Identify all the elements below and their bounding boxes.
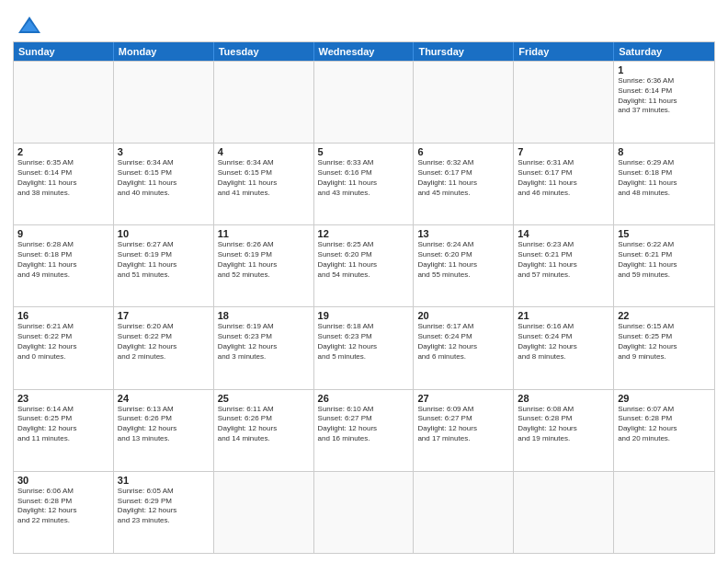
day-info: Sunrise: 6:23 AM Sunset: 6:21 PM Dayligh… (518, 240, 609, 280)
day-info: Sunrise: 6:05 AM Sunset: 6:29 PM Dayligh… (118, 487, 210, 526)
calendar-cell (514, 472, 614, 553)
page: SundayMondayTuesdayWednesdayThursdayFrid… (0, 0, 728, 563)
calendar-cell: 25Sunrise: 6:11 AM Sunset: 6:26 PM Dayli… (214, 390, 314, 471)
day-number: 9 (17, 228, 109, 239)
calendar-cell (114, 62, 214, 143)
day-info: Sunrise: 6:22 AM Sunset: 6:21 PM Dayligh… (618, 240, 711, 280)
calendar-cell (514, 62, 614, 143)
day-info: Sunrise: 6:06 AM Sunset: 6:28 PM Dayligh… (17, 487, 109, 526)
calendar-cell: 7Sunrise: 6:31 AM Sunset: 6:17 PM Daylig… (514, 144, 614, 224)
calendar-row: 16Sunrise: 6:21 AM Sunset: 6:22 PM Dayli… (14, 306, 714, 388)
day-number: 18 (218, 310, 310, 321)
calendar-cell: 31Sunrise: 6:05 AM Sunset: 6:29 PM Dayli… (114, 472, 214, 553)
cal-header-day: Saturday (614, 42, 714, 61)
day-info: Sunrise: 6:18 AM Sunset: 6:23 PM Dayligh… (318, 322, 410, 362)
day-info: Sunrise: 6:32 AM Sunset: 6:17 PM Dayligh… (417, 158, 509, 198)
day-info: Sunrise: 6:34 AM Sunset: 6:15 PM Dayligh… (118, 158, 210, 198)
calendar-cell: 18Sunrise: 6:19 AM Sunset: 6:23 PM Dayli… (214, 307, 314, 388)
day-number: 17 (118, 310, 210, 321)
cal-header-day: Monday (114, 42, 214, 61)
day-number: 21 (518, 310, 609, 321)
calendar-cell: 26Sunrise: 6:10 AM Sunset: 6:27 PM Dayli… (314, 390, 415, 471)
calendar-row: 9Sunrise: 6:28 AM Sunset: 6:18 PM Daylig… (14, 224, 714, 306)
day-info: Sunrise: 6:10 AM Sunset: 6:27 PM Dayligh… (318, 405, 410, 444)
calendar-cell: 28Sunrise: 6:08 AM Sunset: 6:28 PM Dayli… (514, 390, 614, 471)
calendar-cell: 8Sunrise: 6:29 AM Sunset: 6:18 PM Daylig… (614, 144, 714, 224)
day-info: Sunrise: 6:35 AM Sunset: 6:14 PM Dayligh… (17, 158, 109, 198)
day-info: Sunrise: 6:13 AM Sunset: 6:26 PM Dayligh… (118, 405, 210, 444)
calendar-cell: 2Sunrise: 6:35 AM Sunset: 6:14 PM Daylig… (14, 144, 114, 224)
calendar-cell: 13Sunrise: 6:24 AM Sunset: 6:20 PM Dayli… (414, 225, 514, 306)
calendar-cell (14, 62, 114, 143)
day-info: Sunrise: 6:19 AM Sunset: 6:23 PM Dayligh… (218, 322, 310, 362)
calendar-row: 30Sunrise: 6:06 AM Sunset: 6:28 PM Dayli… (14, 471, 714, 553)
day-number: 4 (218, 146, 310, 157)
day-number: 22 (618, 310, 711, 321)
day-info: Sunrise: 6:17 AM Sunset: 6:24 PM Dayligh… (417, 322, 509, 362)
day-number: 12 (318, 228, 410, 239)
day-info: Sunrise: 6:09 AM Sunset: 6:27 PM Dayligh… (417, 405, 509, 444)
day-number: 5 (318, 146, 410, 157)
calendar-cell (414, 62, 514, 143)
day-info: Sunrise: 6:07 AM Sunset: 6:28 PM Dayligh… (618, 405, 711, 444)
calendar-cell: 1Sunrise: 6:36 AM Sunset: 6:14 PM Daylig… (614, 62, 714, 143)
cal-header-day: Sunday (14, 42, 114, 61)
day-number: 27 (417, 393, 509, 404)
calendar-cell (214, 472, 314, 553)
calendar-cell: 24Sunrise: 6:13 AM Sunset: 6:26 PM Dayli… (114, 390, 214, 471)
calendar: SundayMondayTuesdayWednesdayThursdayFrid… (13, 41, 715, 554)
calendar-cell: 19Sunrise: 6:18 AM Sunset: 6:23 PM Dayli… (314, 307, 415, 388)
day-number: 24 (118, 393, 210, 404)
header (13, 11, 715, 36)
calendar-cell: 16Sunrise: 6:21 AM Sunset: 6:22 PM Dayli… (14, 307, 114, 388)
day-info: Sunrise: 6:36 AM Sunset: 6:14 PM Dayligh… (618, 76, 711, 116)
day-info: Sunrise: 6:28 AM Sunset: 6:18 PM Dayligh… (17, 240, 109, 280)
day-number: 7 (518, 146, 609, 157)
day-info: Sunrise: 6:11 AM Sunset: 6:26 PM Dayligh… (218, 405, 310, 444)
calendar-cell: 4Sunrise: 6:34 AM Sunset: 6:15 PM Daylig… (214, 144, 314, 224)
day-info: Sunrise: 6:26 AM Sunset: 6:19 PM Dayligh… (218, 240, 310, 280)
calendar-cell: 29Sunrise: 6:07 AM Sunset: 6:28 PM Dayli… (614, 390, 714, 471)
calendar-body: 1Sunrise: 6:36 AM Sunset: 6:14 PM Daylig… (14, 61, 714, 553)
day-info: Sunrise: 6:20 AM Sunset: 6:22 PM Dayligh… (118, 322, 210, 362)
day-info: Sunrise: 6:34 AM Sunset: 6:15 PM Dayligh… (218, 158, 310, 198)
calendar-header: SundayMondayTuesdayWednesdayThursdayFrid… (14, 42, 714, 61)
calendar-cell: 20Sunrise: 6:17 AM Sunset: 6:24 PM Dayli… (414, 307, 514, 388)
logo-text (13, 15, 42, 35)
calendar-cell: 12Sunrise: 6:25 AM Sunset: 6:20 PM Dayli… (314, 225, 415, 306)
calendar-row: 2Sunrise: 6:35 AM Sunset: 6:14 PM Daylig… (14, 143, 714, 224)
calendar-cell: 27Sunrise: 6:09 AM Sunset: 6:27 PM Dayli… (414, 390, 514, 471)
day-info: Sunrise: 6:29 AM Sunset: 6:18 PM Dayligh… (618, 158, 711, 198)
day-number: 28 (518, 393, 609, 404)
day-info: Sunrise: 6:27 AM Sunset: 6:19 PM Dayligh… (118, 240, 210, 280)
day-number: 29 (618, 393, 711, 404)
day-number: 26 (318, 393, 410, 404)
calendar-cell (314, 62, 415, 143)
calendar-cell (614, 472, 714, 553)
cal-header-day: Tuesday (214, 42, 314, 61)
day-info: Sunrise: 6:25 AM Sunset: 6:20 PM Dayligh… (318, 240, 410, 280)
calendar-cell: 30Sunrise: 6:06 AM Sunset: 6:28 PM Dayli… (14, 472, 114, 553)
day-info: Sunrise: 6:24 AM Sunset: 6:20 PM Dayligh… (417, 240, 509, 280)
calendar-cell: 6Sunrise: 6:32 AM Sunset: 6:17 PM Daylig… (414, 144, 514, 224)
day-number: 13 (417, 228, 509, 239)
day-info: Sunrise: 6:15 AM Sunset: 6:25 PM Dayligh… (618, 322, 711, 362)
day-info: Sunrise: 6:21 AM Sunset: 6:22 PM Dayligh… (17, 322, 109, 362)
calendar-cell: 23Sunrise: 6:14 AM Sunset: 6:25 PM Dayli… (14, 390, 114, 471)
day-number: 8 (618, 146, 711, 157)
cal-header-day: Thursday (414, 42, 514, 61)
day-info: Sunrise: 6:33 AM Sunset: 6:16 PM Dayligh… (318, 158, 410, 198)
day-number: 30 (17, 475, 109, 486)
calendar-cell (414, 472, 514, 553)
day-number: 10 (118, 228, 210, 239)
day-number: 16 (17, 310, 109, 321)
calendar-cell: 9Sunrise: 6:28 AM Sunset: 6:18 PM Daylig… (14, 225, 114, 306)
calendar-cell (214, 62, 314, 143)
day-number: 2 (17, 146, 109, 157)
calendar-row: 1Sunrise: 6:36 AM Sunset: 6:14 PM Daylig… (14, 61, 714, 143)
day-number: 19 (318, 310, 410, 321)
day-info: Sunrise: 6:08 AM Sunset: 6:28 PM Dayligh… (518, 405, 609, 444)
day-number: 20 (417, 310, 509, 321)
logo-icon (17, 15, 42, 35)
day-number: 14 (518, 228, 609, 239)
